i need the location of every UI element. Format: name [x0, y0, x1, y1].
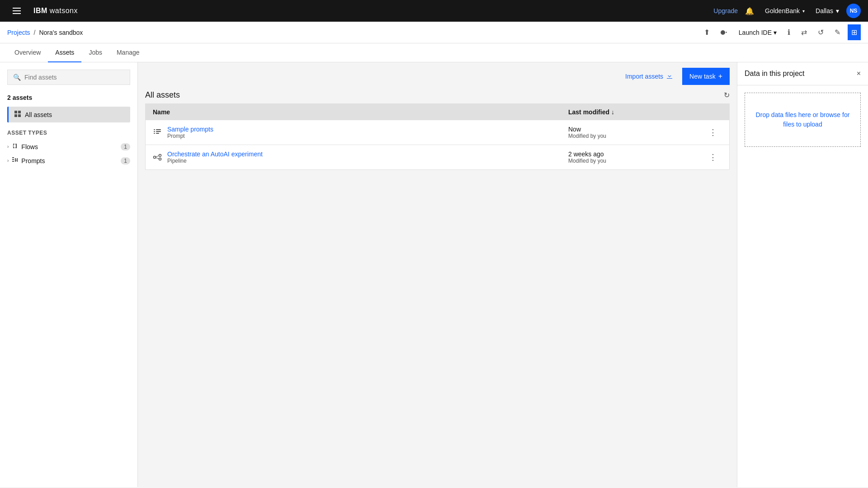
- launch-ide-button[interactable]: Launch IDE ▾: [735, 29, 780, 36]
- current-project-label: Nora's sandbox: [39, 29, 83, 36]
- asset-row-menu-0[interactable]: ⋮: [709, 127, 717, 137]
- asset-type-autoai: Pipeline: [167, 158, 263, 164]
- svg-rect-2: [14, 114, 17, 117]
- all-assets-label: All assets: [25, 111, 52, 118]
- launch-ide-chevron-icon: ▾: [774, 29, 777, 36]
- upload-button[interactable]: ⬆: [700, 24, 713, 40]
- sidebar: 🔍 2 assets All assets Asset types › Flow…: [0, 62, 138, 487]
- column-header-name: Name: [153, 108, 568, 116]
- asset-name-autoai[interactable]: Orchestrate an AutoAI experiment: [167, 150, 263, 158]
- flows-icon: [11, 142, 19, 151]
- drop-zone[interactable]: Drop data files here or browse for files…: [745, 93, 861, 147]
- breadcrumb-bar: Projects / Nora's sandbox ⬆ Launch IDE ▾…: [0, 22, 868, 43]
- user-label: GoldenBank: [765, 7, 800, 14]
- info-button[interactable]: ℹ: [784, 24, 794, 40]
- svg-rect-14: [156, 133, 159, 134]
- pipeline-row-icon: [153, 153, 162, 162]
- user-avatar[interactable]: NS: [846, 4, 861, 18]
- right-panel-body: Drop data files here or browse for files…: [737, 85, 868, 487]
- asset-types-title: Asset types: [7, 130, 130, 136]
- svg-rect-10: [154, 131, 155, 132]
- breadcrumb-separator: /: [34, 29, 36, 36]
- content-toolbar: Import assets New task +: [138, 62, 737, 90]
- asset-modified-time-0: Now: [568, 126, 704, 133]
- location-dropdown[interactable]: Dallas ▾: [812, 7, 843, 14]
- assets-table: Name Last modified ↓: [145, 103, 730, 170]
- right-panel-close-button[interactable]: ×: [857, 70, 861, 78]
- add-collaborator-button[interactable]: [717, 25, 731, 40]
- svg-point-16: [159, 155, 161, 157]
- svg-line-19: [156, 158, 159, 159]
- notification-icon: 🔔: [745, 7, 754, 15]
- assets-table-title: All assets: [145, 90, 180, 100]
- prompts-label: Prompts: [21, 157, 118, 164]
- tab-overview[interactable]: Overview: [7, 43, 48, 62]
- history-button[interactable]: ↺: [814, 24, 827, 40]
- right-panel: Data in this project × Drop data files h…: [737, 62, 868, 487]
- flows-label: Flows: [21, 143, 118, 150]
- grid-view-button[interactable]: ⊞: [848, 24, 861, 40]
- prompts-count: 1: [121, 157, 130, 164]
- prompts-icon: [11, 156, 19, 165]
- tab-manage[interactable]: Manage: [109, 43, 147, 62]
- user-chevron-icon: ▾: [802, 9, 805, 14]
- content-area: Import assets New task + All assets ↻ Na…: [138, 62, 737, 487]
- tab-assets[interactable]: Assets: [48, 43, 81, 62]
- svg-rect-1: [18, 111, 21, 113]
- flows-count: 1: [121, 143, 130, 150]
- prompts-chevron-icon: ›: [7, 158, 9, 163]
- import-assets-button[interactable]: Import assets: [620, 69, 679, 84]
- table-row: Orchestrate an AutoAI experiment Pipelin…: [146, 145, 729, 169]
- asset-type-flows[interactable]: › Flows 1: [7, 140, 130, 154]
- table-row: Sample prompts Prompt Now Modified by yo…: [146, 120, 729, 145]
- upgrade-link[interactable]: Upgrade: [713, 7, 738, 14]
- column-header-actions: [704, 108, 722, 116]
- new-task-label: New task: [689, 73, 716, 80]
- refresh-icon: ↻: [724, 91, 730, 99]
- asset-modified-by-1: Modified by you: [568, 158, 704, 164]
- asset-type-sample-prompts: Prompt: [167, 133, 213, 139]
- column-header-modified[interactable]: Last modified ↓: [568, 108, 704, 116]
- import-assets-label: Import assets: [625, 73, 663, 80]
- svg-rect-9: [154, 129, 155, 130]
- svg-rect-3: [18, 114, 21, 117]
- asset-row-menu-1[interactable]: ⋮: [709, 152, 717, 162]
- svg-rect-12: [156, 129, 161, 130]
- asset-name-sample-prompts[interactable]: Sample prompts: [167, 126, 213, 133]
- svg-rect-5: [12, 159, 14, 160]
- refresh-button[interactable]: ↻: [724, 91, 730, 99]
- search-bar[interactable]: 🔍: [7, 70, 130, 85]
- svg-rect-6: [12, 161, 14, 162]
- asset-modified-by-0: Modified by you: [568, 133, 704, 139]
- prompt-row-icon: [153, 128, 162, 137]
- new-task-button[interactable]: New task +: [682, 68, 730, 85]
- tab-jobs[interactable]: Jobs: [81, 43, 109, 62]
- assets-table-container: All assets ↻ Name Last modified ↓: [138, 90, 737, 177]
- table-header-row: Name Last modified ↓: [146, 104, 729, 120]
- asset-type-prompts[interactable]: › Prompts 1: [7, 154, 130, 168]
- svg-rect-0: [14, 111, 17, 113]
- user-dropdown[interactable]: GoldenBank ▾: [761, 7, 808, 14]
- notification-button[interactable]: 🔔: [741, 3, 758, 19]
- assets-count: 2 assets: [7, 94, 130, 101]
- import-assets-icon: [666, 72, 673, 81]
- asset-modified-time-1: 2 weeks ago: [568, 150, 704, 158]
- projects-breadcrumb-link[interactable]: Projects: [7, 29, 30, 36]
- svg-point-15: [154, 156, 156, 159]
- breadcrumb-actions: ⬆ Launch IDE ▾ ℹ ⇄ ↺ ✎ ⊞: [700, 24, 861, 40]
- location-label: Dallas: [816, 7, 833, 14]
- svg-rect-11: [154, 133, 155, 134]
- drop-zone-text[interactable]: Drop data files here or browse for files…: [752, 110, 853, 129]
- brand-logo: IBM watsonx: [33, 7, 78, 15]
- svg-rect-13: [156, 131, 161, 132]
- search-icon: 🔍: [13, 74, 21, 81]
- svg-line-18: [156, 156, 159, 157]
- compare-button[interactable]: ⇄: [797, 24, 811, 40]
- all-assets-item[interactable]: All assets: [7, 107, 130, 122]
- search-input[interactable]: [24, 74, 124, 81]
- breadcrumb: Projects / Nora's sandbox: [7, 29, 83, 36]
- svg-rect-4: [12, 157, 14, 158]
- hamburger-menu[interactable]: [7, 2, 26, 19]
- right-panel-title: Data in this project: [745, 70, 805, 78]
- edit-button[interactable]: ✎: [831, 24, 844, 40]
